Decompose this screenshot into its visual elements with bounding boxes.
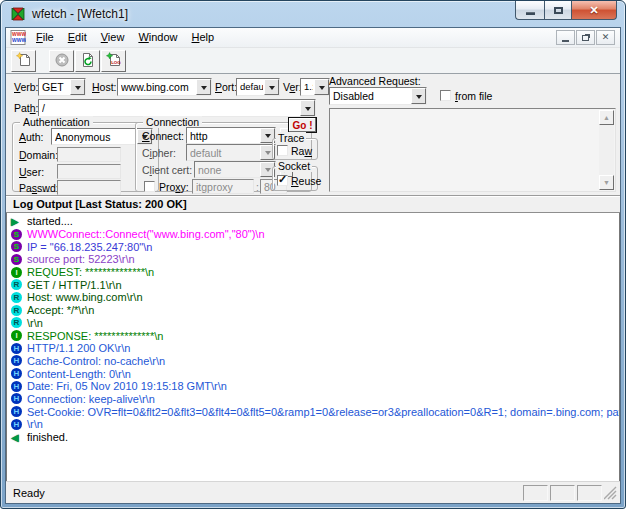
- verb-dropdown-arrow-icon[interactable]: [70, 79, 85, 95]
- proxy-checkbox[interactable]: ✓: [144, 181, 155, 192]
- log-line-text: started....: [27, 215, 73, 227]
- mdi-restore-icon: [582, 35, 589, 41]
- request-icon: R: [11, 292, 22, 303]
- log-line-text: IP = "66.18.235.247:80"\n: [27, 241, 152, 253]
- wfetch-window: wfetch - [Wfetch1] ✕ WWW WWW FileEditVie…: [0, 0, 626, 509]
- verb-value: GET: [42, 81, 69, 93]
- host-label: Host:: [92, 81, 117, 93]
- advanced-request-body[interactable]: ▲ ▼: [329, 108, 616, 192]
- port-select[interactable]: default: [236, 78, 280, 96]
- log-line: HConnection: keep-alive\r\n: [7, 393, 619, 406]
- request-icon: R: [11, 279, 22, 290]
- log-document-icon: LOG: [106, 52, 122, 70]
- log-line-text: Accept: */*\r\n: [27, 304, 94, 316]
- menu-view[interactable]: View: [94, 29, 132, 46]
- log-line: IRESPONSE: **************\n: [7, 329, 619, 342]
- menu-bar-items: FileEditViewWindowHelp: [29, 29, 221, 46]
- maximize-icon: [554, 7, 563, 14]
- passwd-field[interactable]: [57, 180, 121, 195]
- log-line-text: GET / HTTP/1.1\r\n: [27, 279, 122, 291]
- minimize-button[interactable]: [515, 1, 544, 20]
- host-dropdown-arrow-icon[interactable]: [196, 79, 211, 95]
- log-line-text: Connection: keep-alive\r\n: [27, 393, 155, 405]
- user-label: User:: [19, 166, 44, 178]
- reuse-checkbox[interactable]: ✓: [277, 175, 288, 186]
- status-bar: Ready: [6, 481, 620, 503]
- version-select[interactable]: 1.1: [300, 78, 330, 96]
- path-select[interactable]: /: [38, 99, 316, 117]
- resize-grip-icon[interactable]: [604, 485, 618, 501]
- advanced-request-select[interactable]: Disabled: [329, 87, 427, 105]
- title-bar[interactable]: wfetch - [Wfetch1] ✕: [1, 1, 625, 27]
- finished-arrow-icon: ◀: [11, 432, 23, 443]
- trace-group-title: Trace: [276, 132, 306, 144]
- domain-field[interactable]: [57, 147, 121, 162]
- log-line: HDate: Fri, 05 Nov 2010 19:15:18 GMT\r\n: [7, 380, 619, 393]
- response-header-icon: H: [11, 419, 22, 430]
- new-document-icon: [16, 52, 32, 70]
- new-request-button[interactable]: [11, 50, 36, 72]
- log-line: ▶started....: [7, 215, 619, 228]
- menu-bar: WWW WWW FileEditViewWindowHelp ✕: [6, 28, 620, 48]
- log-line: RHost: www.bing.com\r\n: [7, 291, 619, 304]
- response-header-icon: H: [11, 368, 22, 379]
- mdi-restore-button[interactable]: [576, 30, 595, 45]
- advanced-dropdown-arrow-icon[interactable]: [411, 88, 426, 104]
- raw-label: Raw: [291, 145, 312, 157]
- log-line: Ssource port: 52223\r\n: [7, 253, 619, 266]
- log-line-text: \r\n: [27, 317, 43, 329]
- client-cert-select[interactable]: none: [194, 161, 276, 178]
- log-output[interactable]: ▶started....SWWWConnect::Connect("www.bi…: [6, 213, 620, 481]
- log-line: H\r\n: [7, 418, 619, 431]
- socket-group: Socket ✓ Reuse: [272, 166, 318, 191]
- user-field[interactable]: [57, 164, 121, 179]
- menu-edit[interactable]: Edit: [61, 29, 94, 46]
- response-header-icon: H: [11, 393, 22, 404]
- socket-icon: S: [11, 254, 22, 265]
- port-value: default: [240, 81, 263, 92]
- connect-select[interactable]: http: [186, 127, 276, 144]
- from-file-label: from file: [455, 90, 492, 102]
- auth-label: Auth:: [19, 131, 44, 143]
- raw-checkbox[interactable]: ✓: [277, 145, 288, 156]
- log-line: SIP = "66.18.235.247:80"\n: [7, 240, 619, 253]
- go-refresh-button[interactable]: [75, 50, 100, 72]
- log-line-text: Date: Fri, 05 Nov 2010 19:15:18 GMT\r\n: [27, 380, 227, 392]
- log-line-text: \r\n: [27, 418, 43, 430]
- client-cert-value: none: [198, 164, 259, 176]
- advanced-request-label: Advanced Request:: [329, 75, 421, 87]
- proxy-host-field[interactable]: itgproxy: [192, 179, 254, 194]
- advanced-scrollbar[interactable]: ▲ ▼: [599, 110, 614, 190]
- scroll-up-arrow-icon[interactable]: ▲: [599, 110, 614, 125]
- menu-help[interactable]: Help: [185, 29, 222, 46]
- verb-select[interactable]: GET: [38, 78, 86, 96]
- maximize-button[interactable]: [544, 1, 572, 20]
- started-arrow-icon: ▶: [11, 216, 23, 227]
- port-dropdown-arrow-icon[interactable]: [264, 79, 279, 95]
- port-label: Port:: [215, 81, 237, 93]
- host-select[interactable]: www.bing.com: [117, 78, 212, 96]
- cipher-select[interactable]: default: [186, 144, 276, 161]
- log-line: RGET / HTTP/1.1\r\n: [7, 278, 619, 291]
- proxy-separator: :: [256, 181, 259, 193]
- menu-window[interactable]: Window: [131, 29, 184, 46]
- wfetch-app-icon: [10, 6, 26, 22]
- mdi-close-button[interactable]: ✕: [596, 30, 615, 45]
- refresh-document-icon: [80, 52, 96, 70]
- log-line: HSet-Cookie: OVR=flt=0&flt2=0&flt3=0&flt…: [7, 405, 619, 418]
- go-button[interactable]: Go !: [288, 117, 317, 133]
- log-button[interactable]: LOG: [101, 50, 126, 72]
- mdi-minimize-button[interactable]: [556, 30, 575, 45]
- close-button[interactable]: ✕: [572, 1, 617, 20]
- scroll-down-arrow-icon[interactable]: ▼: [599, 175, 614, 190]
- path-dropdown-arrow-icon[interactable]: [300, 100, 315, 116]
- advanced-request-value: Disabled: [333, 90, 410, 102]
- menu-file[interactable]: File: [29, 29, 61, 46]
- version-dropdown-arrow-icon[interactable]: [314, 79, 329, 95]
- response-header-icon: H: [11, 381, 22, 392]
- verb-label: Verb:: [14, 81, 39, 93]
- client-area: WWW WWW FileEditViewWindowHelp ✕ LOG Ver…: [5, 27, 621, 504]
- log-line-text: REQUEST: **************\n: [27, 266, 154, 278]
- toolbar-separator: [37, 50, 49, 72]
- from-file-checkbox[interactable]: ✓: [440, 90, 451, 101]
